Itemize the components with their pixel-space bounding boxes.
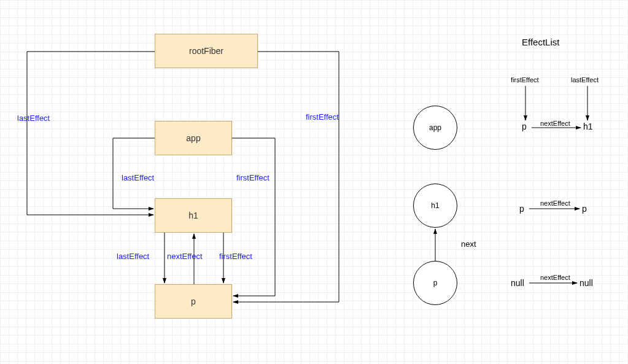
- arrow-root-lastEffect: [27, 52, 155, 215]
- box-app-label: app: [186, 133, 200, 143]
- box-h1: h1: [155, 198, 232, 233]
- circle-p-label: p: [433, 279, 438, 287]
- effectlist-firstEffect-label: firstEffect: [511, 76, 539, 83]
- box-rootfiber-label: rootFiber: [189, 46, 223, 56]
- box-rootfiber: rootFiber: [155, 34, 258, 68]
- edge-label-app-firstEffect: firstEffect: [236, 173, 269, 182]
- box-p: p: [155, 284, 232, 319]
- edge-label-firstEffect-outer: firstEffect: [306, 112, 339, 122]
- circle-h1-label: h1: [431, 201, 439, 210]
- box-p-label: p: [191, 296, 196, 306]
- effectlist-row2-left: p: [519, 204, 524, 214]
- edge-label-bottom-firstEffect: firstEffect: [219, 252, 252, 261]
- circle-p: p: [413, 261, 457, 305]
- edge-label-bottom-nextEffect: nextEffect: [167, 252, 203, 261]
- circle-h1: h1: [413, 184, 457, 228]
- effectlist-title: EffectList: [522, 37, 559, 47]
- effectlist-row1-right: h1: [583, 122, 593, 131]
- effectlist-lastEffect-label: lastEffect: [571, 76, 599, 83]
- arrow-layer: [0, 0, 628, 364]
- effectlist-row3-nextEffect: nextEffect: [540, 274, 570, 281]
- circle-app-label: app: [429, 123, 441, 132]
- effectlist-row1-left: p: [522, 122, 527, 131]
- circle-app: app: [413, 106, 457, 150]
- effectlist-row1-nextEffect: nextEffect: [540, 120, 570, 127]
- effectlist-row2-right: p: [582, 204, 587, 214]
- edge-label-app-lastEffect: lastEffect: [122, 173, 154, 182]
- edge-label-bottom-lastEffect: lastEffect: [117, 252, 149, 261]
- effectlist-row3-left: null: [511, 278, 524, 288]
- edge-label-lastEffect-outer: lastEffect: [17, 114, 50, 123]
- effectlist-row3-right: null: [580, 278, 593, 288]
- edge-label-next: next: [461, 239, 476, 249]
- effectlist-row2-nextEffect: nextEffect: [540, 199, 570, 207]
- box-app: app: [155, 121, 232, 155]
- arrow-app-firstEffect: [232, 138, 275, 296]
- box-h1-label: h1: [188, 211, 198, 220]
